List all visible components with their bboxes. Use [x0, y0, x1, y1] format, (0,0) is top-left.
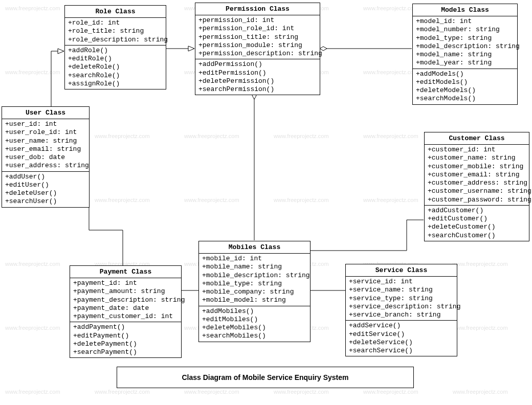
models-class-methods: +addModels() +editModels() +deleteModels… — [413, 69, 517, 104]
permission-class-title: Permission Class — [195, 3, 320, 15]
watermark: www.freeprojectz.com — [274, 197, 329, 203]
mobiles-class-attributes: +mobile_id: int +mobile_name: string +mo… — [199, 254, 310, 306]
mobiles-class: Mobiles Class +mobile_id: int +mobile_na… — [198, 241, 311, 342]
payment-class-title: Payment Class — [70, 266, 181, 278]
role-class: Role Class +role_id: int +role_title: st… — [64, 5, 166, 89]
watermark: www.freeprojectz.com — [95, 197, 150, 203]
watermark: www.freeprojectz.com — [363, 133, 418, 139]
watermark: www.freeprojectz.com — [95, 389, 150, 395]
role-class-attributes: +role_id: int +role_title: string +role_… — [65, 18, 166, 45]
payment-class-attributes: +payment_id: int +payment_amount: string… — [70, 278, 181, 322]
watermark: www.freeprojectz.com — [184, 133, 239, 139]
service-class-title: Service Class — [346, 264, 457, 277]
watermark: www.freeprojectz.com — [274, 133, 329, 139]
payment-class-methods: +addPayment() +editPayment() +deletePaym… — [70, 322, 181, 357]
user-class-methods: +addUser() +editUser() +deleteUser() +se… — [2, 171, 89, 207]
watermark: www.freeprojectz.com — [5, 389, 60, 395]
watermark: www.freeprojectz.com — [363, 197, 418, 203]
watermark: www.freeprojectz.com — [184, 389, 239, 395]
watermark: www.freeprojectz.com — [184, 197, 239, 203]
user-class-attributes: +user_id: int +user_role_id: int +user_n… — [2, 119, 89, 171]
permission-class: Permission Class +permission_id: int +pe… — [195, 3, 320, 95]
watermark: www.freeprojectz.com — [5, 5, 60, 11]
role-class-methods: +addRole() +editRole() +deleteRole() +se… — [65, 45, 166, 89]
role-class-title: Role Class — [65, 6, 166, 18]
models-class-attributes: +model_id: int +model_number: string +mo… — [413, 16, 517, 69]
watermark: www.freeprojectz.com — [363, 69, 418, 75]
customer-class-attributes: +customer_id: int +customer_name: string… — [425, 145, 529, 205]
models-class-title: Models Class — [413, 4, 517, 16]
diagram-title: Class Diagram of Mobile Service Enquiry … — [117, 367, 414, 388]
watermark: www.freeprojectz.com — [453, 261, 508, 267]
service-class: Service Class +service_id: int +service_… — [345, 264, 457, 356]
permission-class-methods: +addPermission() +editPermission() +dele… — [195, 59, 320, 95]
mobiles-class-title: Mobiles Class — [199, 241, 310, 254]
payment-class: Payment Class +payment_id: int +payment_… — [70, 265, 182, 358]
watermark: www.freeprojectz.com — [363, 5, 418, 11]
watermark: www.freeprojectz.com — [453, 325, 508, 331]
customer-class: Customer Class +customer_id: int +custom… — [424, 132, 529, 241]
watermark: www.freeprojectz.com — [5, 261, 60, 267]
user-class: User Class +user_id: int +user_role_id: … — [2, 106, 90, 208]
customer-class-methods: +addCustomer() +editCustomer() +deleteCu… — [425, 205, 529, 241]
service-class-attributes: +service_id: int +service_name: string +… — [346, 277, 457, 320]
user-class-title: User Class — [2, 107, 89, 119]
customer-class-title: Customer Class — [425, 132, 529, 145]
permission-class-attributes: +permission_id: int +permission_role_id:… — [195, 15, 320, 59]
watermark: www.freeprojectz.com — [453, 389, 508, 395]
watermark: www.freeprojectz.com — [5, 325, 60, 331]
models-class: Models Class +model_id: int +model_numbe… — [412, 4, 518, 105]
mobiles-class-methods: +addMobiles() +editMobiles() +deleteMobi… — [199, 306, 310, 342]
watermark: www.freeprojectz.com — [5, 69, 60, 75]
service-class-methods: +addService() +editService() +deleteServ… — [346, 320, 457, 356]
watermark: www.freeprojectz.com — [363, 389, 418, 395]
watermark: www.freeprojectz.com — [95, 133, 150, 139]
watermark: www.freeprojectz.com — [274, 389, 329, 395]
